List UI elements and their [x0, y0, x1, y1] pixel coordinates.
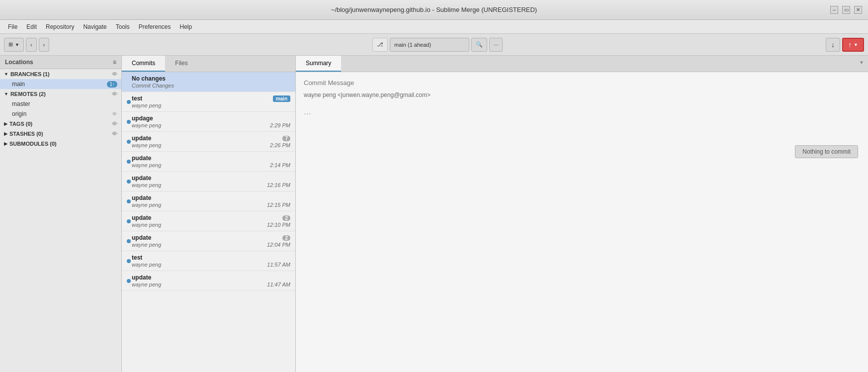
origin-eye-icon[interactable]: 👁	[112, 111, 117, 117]
stashes-chevron: ▶	[4, 131, 7, 136]
commit-item[interactable]: update 2 wayne peng 12:10 PM	[122, 211, 295, 231]
tags-eye-icon[interactable]: 👁	[112, 121, 117, 127]
menu-navigate[interactable]: Navigate	[79, 22, 110, 31]
forward-icon: ›	[43, 42, 45, 48]
tab-files[interactable]: Files	[165, 56, 197, 72]
commit-title-text: updage	[132, 115, 153, 122]
summary-tabs: Summary ▼	[296, 56, 868, 72]
commit-number: 2	[282, 215, 290, 221]
stashes-label: STASHES (0)	[9, 131, 43, 137]
commit-time: 11:57 AM	[267, 262, 290, 268]
tab-commits[interactable]: Commits	[122, 56, 165, 72]
commit-number: 2	[282, 235, 290, 241]
commit-item[interactable]: update wayne peng 12:16 PM	[122, 172, 295, 191]
menu-help[interactable]: Help	[175, 22, 196, 31]
main-branch-badge: 1↑	[107, 81, 117, 88]
commit-item[interactable]: update 2 wayne peng 12:04 PM	[122, 231, 295, 251]
commit-dot	[127, 279, 131, 283]
more-options-button[interactable]: ···	[489, 38, 503, 52]
summary-dropdown[interactable]: ▼	[855, 56, 868, 72]
stashes-section[interactable]: ▶ STASHES (0) 👁	[0, 129, 121, 139]
push-button[interactable]: ↑ ▼	[842, 38, 864, 52]
commit-author-name: wayne peng	[132, 102, 161, 108]
panel-tabs: Commits Files	[122, 56, 295, 72]
commit-item[interactable]: update wayne peng 12:15 PM	[122, 191, 295, 211]
menu-preferences[interactable]: Preferences	[135, 22, 175, 31]
no-changes-title: No changes	[132, 75, 166, 82]
commit-title-text: update	[132, 175, 151, 182]
commit-author-name: wayne peng	[132, 122, 161, 128]
menu-file[interactable]: File	[4, 22, 21, 31]
tags-section[interactable]: ▶ TAGS (0) 👁	[0, 119, 121, 129]
master-branch-name: master	[12, 100, 117, 107]
nothing-to-commit-button[interactable]: Nothing to commit	[795, 145, 858, 158]
toolbar: ⊞ ▼ ‹ › ⎇ main (1 ahead) 🔍 ··· ↓ ↑ ▼	[0, 34, 868, 56]
submodules-section[interactable]: ▶ SUBMODULES (0)	[0, 139, 121, 149]
commit-dot	[127, 120, 131, 124]
branches-eye-icon[interactable]: 👁	[112, 71, 117, 77]
no-changes-item[interactable]: No changes Commit Changes	[122, 72, 295, 92]
close-button[interactable]: ✕	[854, 6, 862, 14]
tags-chevron: ▶	[4, 121, 7, 126]
back-button[interactable]: ‹	[26, 38, 37, 52]
commit-author-display: wayne peng <junwen.wayne.peng@gmail.com>	[304, 92, 860, 98]
main-branch-name: main	[12, 81, 107, 88]
minimize-button[interactable]: –	[830, 6, 838, 14]
remotes-eye-icon[interactable]: 👁	[112, 91, 117, 97]
commit-item[interactable]: update wayne peng 11:47 AM	[122, 271, 295, 291]
commit-item[interactable]: pudate wayne peng 2:14 PM	[122, 152, 295, 172]
commit-title-text: update	[132, 234, 151, 241]
commit-message-input[interactable]	[304, 78, 860, 88]
commit-time: 12:16 PM	[267, 182, 290, 188]
commit-dot	[127, 140, 131, 144]
menu-edit[interactable]: Edit	[22, 22, 41, 31]
commit-author-name: wayne peng	[132, 262, 161, 268]
origin-branch-name: origin	[12, 110, 112, 117]
commit-dot	[127, 239, 131, 243]
submodules-chevron: ▶	[4, 141, 7, 146]
push-dropdown-icon: ▼	[854, 42, 858, 47]
commit-dot	[127, 199, 131, 203]
commit-item[interactable]: updage wayne peng 2:29 PM	[122, 112, 295, 132]
remotes-label: REMOTES (2)	[10, 91, 46, 97]
branches-chevron: ▼	[4, 72, 8, 77]
layout-button[interactable]: ⊞ ▼	[4, 38, 24, 52]
forward-button[interactable]: ›	[39, 38, 50, 52]
sidebar-item-main[interactable]: main 1↑	[0, 79, 121, 89]
commit-time: 12:10 PM	[267, 222, 290, 228]
window-controls: – ▭ ✕	[830, 6, 862, 14]
menu-tools[interactable]: Tools	[112, 22, 134, 31]
pull-button[interactable]: ↓	[826, 38, 840, 52]
filter-icon[interactable]: ≡	[113, 59, 116, 66]
branch-selector[interactable]: main (1 ahead)	[390, 38, 469, 52]
commit-title-text: pudate	[132, 155, 151, 162]
branches-section[interactable]: ▼ BRANCHES (1) 👁	[0, 69, 121, 79]
commit-list: No changes Commit Changes test main wayn…	[122, 72, 295, 372]
layout-dropdown-icon: ▼	[15, 42, 19, 47]
commit-item[interactable]: update 7 wayne peng 2:26 PM	[122, 132, 295, 152]
stashes-eye-icon[interactable]: 👁	[112, 131, 117, 137]
restore-button[interactable]: ▭	[842, 6, 850, 14]
commit-time: 2:14 PM	[270, 162, 290, 168]
title-bar: ~/blog/junwenwaynepeng.github.io - Subli…	[0, 0, 868, 20]
branch-icon: ⎇	[377, 41, 383, 48]
menu-repository[interactable]: Repository	[42, 22, 78, 31]
commit-item[interactable]: test main wayne peng	[122, 92, 295, 112]
commit-author-name: wayne peng	[132, 182, 161, 188]
search-button[interactable]: 🔍	[471, 38, 487, 52]
commit-items-container: test main wayne peng updage wayne peng 2…	[122, 92, 295, 291]
sidebar-item-origin[interactable]: origin 👁	[0, 109, 121, 119]
back-icon: ‹	[30, 42, 32, 48]
commit-item[interactable]: test wayne peng 11:57 AM	[122, 251, 295, 271]
sidebar-item-master[interactable]: master	[0, 99, 121, 109]
sidebar: Locations ≡ ▼ BRANCHES (1) 👁 main 1↑ ▼ R…	[0, 56, 122, 372]
pull-icon: ↓	[831, 41, 835, 49]
push-pull-controls: ↓ ↑ ▼	[826, 38, 864, 52]
commit-author-name: wayne peng	[132, 202, 161, 208]
tab-summary[interactable]: Summary	[296, 56, 341, 72]
tags-label: TAGS (0)	[9, 121, 32, 127]
search-icon: 🔍	[476, 41, 483, 48]
remotes-section[interactable]: ▼ REMOTES (2) 👁	[0, 89, 121, 99]
right-area: Summary ▼ wayne peng <junwen.wayne.peng@…	[296, 56, 868, 372]
branches-label: BRANCHES (1)	[10, 71, 50, 77]
